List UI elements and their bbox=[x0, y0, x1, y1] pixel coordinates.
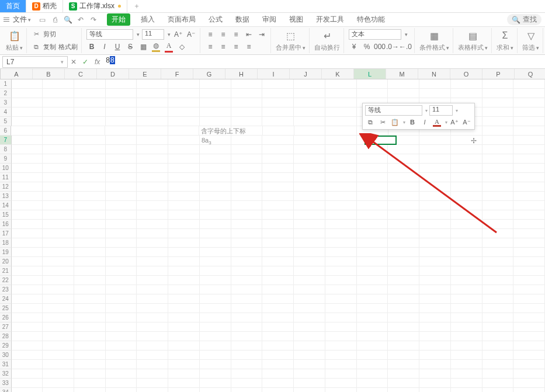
cell-I14[interactable] bbox=[262, 201, 294, 210]
cell-F26[interactable] bbox=[168, 313, 200, 322]
cell-I24[interactable] bbox=[262, 294, 294, 304]
cell-C18[interactable] bbox=[74, 238, 106, 248]
cell-C27[interactable] bbox=[74, 322, 106, 332]
cell-C10[interactable] bbox=[74, 164, 106, 173]
cell-A1[interactable] bbox=[12, 79, 43, 89]
fx-icon[interactable]: fx bbox=[95, 58, 100, 66]
cell-Q31[interactable] bbox=[513, 360, 545, 369]
cell-A8[interactable] bbox=[12, 145, 43, 154]
cell-B5[interactable] bbox=[43, 117, 74, 126]
cell-N24[interactable] bbox=[419, 294, 451, 304]
cell-L23[interactable] bbox=[357, 285, 388, 294]
cell-H1[interactable] bbox=[231, 79, 263, 89]
cell-P23[interactable] bbox=[482, 285, 514, 294]
cell-D2[interactable] bbox=[106, 89, 137, 98]
cell-B6[interactable] bbox=[43, 126, 74, 136]
cell-Q16[interactable] bbox=[513, 220, 545, 229]
mini-bold-button[interactable]: B bbox=[407, 117, 418, 127]
mini-copy-icon[interactable]: ⧉ bbox=[365, 117, 376, 127]
cell-J27[interactable] bbox=[294, 322, 325, 332]
cell-M34[interactable] bbox=[388, 388, 419, 392]
row-head-14[interactable]: 14 bbox=[0, 201, 12, 210]
cell-G28[interactable] bbox=[200, 332, 231, 341]
font-select[interactable]: 等线 bbox=[86, 29, 133, 40]
cell-C3[interactable] bbox=[74, 98, 106, 107]
tab-add[interactable]: ＋ bbox=[127, 0, 146, 12]
cell-C14[interactable] bbox=[74, 201, 106, 210]
cell-M1[interactable] bbox=[388, 79, 419, 89]
cell-Q13[interactable] bbox=[513, 192, 545, 201]
cell-K34[interactable] bbox=[325, 388, 357, 392]
cell-D28[interactable] bbox=[106, 332, 137, 341]
cell-F18[interactable] bbox=[168, 238, 200, 248]
cell-P17[interactable] bbox=[482, 229, 514, 238]
cell-K20[interactable] bbox=[325, 257, 357, 266]
cell-L21[interactable] bbox=[357, 266, 388, 276]
cell-H31[interactable] bbox=[231, 360, 263, 369]
cell-Q5[interactable] bbox=[513, 117, 545, 126]
cell-E34[interactable] bbox=[137, 388, 168, 392]
inc-decimal-icon[interactable]: .0→ bbox=[387, 41, 398, 52]
cell-E17[interactable] bbox=[137, 229, 168, 238]
cell-A22[interactable] bbox=[12, 276, 43, 285]
cell-E11[interactable] bbox=[137, 173, 168, 182]
row-head-12[interactable]: 12 bbox=[0, 182, 12, 192]
cell-F11[interactable] bbox=[168, 173, 200, 182]
cell-P31[interactable] bbox=[482, 360, 514, 369]
cell-F28[interactable] bbox=[168, 332, 200, 341]
row-head-13[interactable]: 13 bbox=[0, 192, 12, 201]
cell-G29[interactable] bbox=[200, 341, 231, 351]
cell-M9[interactable] bbox=[388, 154, 419, 164]
cell-D18[interactable] bbox=[106, 238, 137, 248]
cell-F20[interactable] bbox=[168, 257, 200, 266]
cell-P2[interactable] bbox=[482, 89, 514, 98]
cell-P15[interactable] bbox=[482, 210, 514, 220]
row-head-31[interactable]: 31 bbox=[0, 360, 12, 369]
cell-F24[interactable] bbox=[168, 294, 200, 304]
row-head-7[interactable]: 7 bbox=[0, 136, 12, 145]
cell-N14[interactable] bbox=[419, 201, 451, 210]
col-head-L[interactable]: L bbox=[354, 69, 386, 79]
col-head-G[interactable]: G bbox=[193, 69, 225, 79]
cell-F21[interactable] bbox=[168, 266, 200, 276]
row-head-10[interactable]: 10 bbox=[0, 164, 12, 173]
merge-button[interactable]: ⬚合并居中▾ bbox=[272, 28, 310, 53]
cell-D15[interactable] bbox=[106, 210, 137, 220]
cell-P12[interactable] bbox=[482, 182, 514, 192]
cell-Q33[interactable] bbox=[513, 379, 545, 388]
copy-icon[interactable]: ⧉ bbox=[32, 42, 41, 51]
cell-Q14[interactable] bbox=[513, 201, 545, 210]
cell-P6[interactable] bbox=[482, 126, 514, 136]
cell-O34[interactable] bbox=[451, 388, 482, 392]
cell-E8[interactable] bbox=[137, 145, 168, 154]
cell-I12[interactable] bbox=[262, 182, 294, 192]
cell-Q21[interactable] bbox=[513, 266, 545, 276]
cell-E10[interactable] bbox=[137, 164, 168, 173]
cell-Q25[interactable] bbox=[513, 304, 545, 313]
cell-I29[interactable] bbox=[262, 341, 294, 351]
cell-A26[interactable] bbox=[12, 313, 43, 322]
currency-icon[interactable]: ¥ bbox=[349, 41, 359, 52]
cell-H17[interactable] bbox=[231, 229, 263, 238]
cell-I25[interactable] bbox=[262, 304, 294, 313]
mini-fontcolor-button[interactable]: A bbox=[432, 117, 442, 127]
cell-N32[interactable] bbox=[419, 369, 451, 379]
cell-C11[interactable] bbox=[74, 173, 106, 182]
cell-I21[interactable] bbox=[262, 266, 294, 276]
cell-C4[interactable] bbox=[74, 107, 106, 117]
cell-D3[interactable] bbox=[106, 98, 137, 107]
row-head-26[interactable]: 26 bbox=[0, 313, 12, 322]
cell-E19[interactable] bbox=[137, 248, 168, 257]
tab-layout[interactable]: 页面布局 bbox=[165, 13, 198, 26]
align-top-icon[interactable]: ≡ bbox=[205, 29, 216, 40]
cell-L32[interactable] bbox=[357, 369, 388, 379]
cell-Q23[interactable] bbox=[513, 285, 545, 294]
comma-icon[interactable]: 000 bbox=[374, 41, 385, 52]
percent-icon[interactable]: % bbox=[362, 41, 372, 52]
cell-C1[interactable] bbox=[74, 79, 106, 89]
col-head-O[interactable]: O bbox=[450, 69, 482, 79]
cell-A33[interactable] bbox=[12, 379, 43, 388]
cell-H26[interactable] bbox=[231, 313, 263, 322]
row-head-5[interactable]: 5 bbox=[0, 117, 12, 126]
cell-F23[interactable] bbox=[168, 285, 200, 294]
